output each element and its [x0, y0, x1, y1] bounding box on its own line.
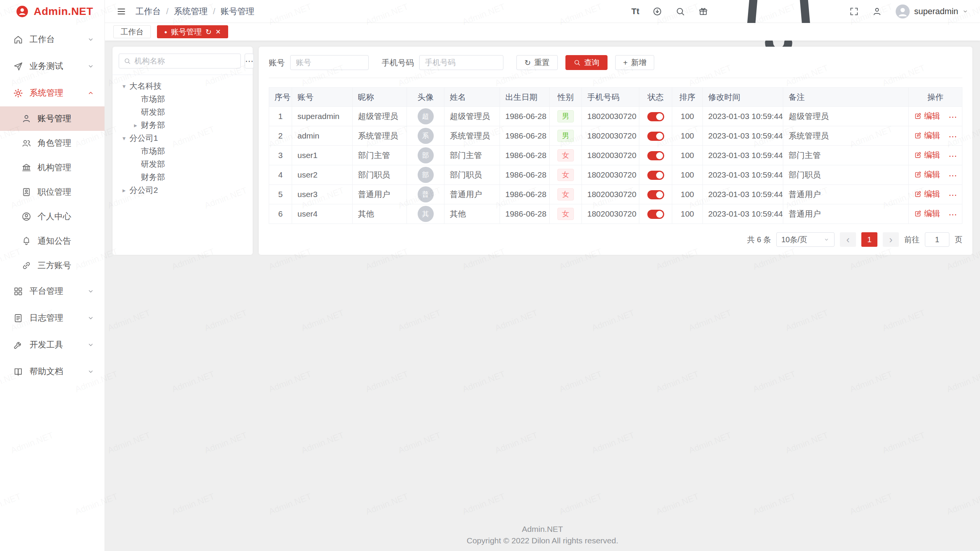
sidebar-item-third-party-account[interactable]: 三方账号 — [0, 253, 105, 278]
sidebar-item-dev-tools[interactable]: 开发工具 — [0, 331, 105, 358]
org-more-button[interactable]: ⋯ — [245, 54, 254, 68]
font-size-icon[interactable]: Tt — [631, 7, 639, 16]
edit-button[interactable]: 编辑 — [914, 150, 940, 160]
sidebar-item-platform-mgmt[interactable]: 平台管理 — [0, 278, 105, 305]
org-search-input[interactable] — [134, 57, 236, 65]
tree-node[interactable]: ▸ 财务部 — [119, 119, 247, 132]
cell-seq: 1 — [269, 107, 292, 126]
footer-copyright: Copyright © 2022 Dilon All rights reserv… — [105, 535, 980, 546]
tree-caret-icon[interactable]: ▸ — [119, 187, 129, 194]
cell-avatar: 系 — [407, 126, 444, 146]
goto-label: 前往 — [904, 235, 920, 245]
close-icon[interactable]: ✕ — [216, 29, 221, 35]
status-toggle[interactable] — [647, 132, 664, 141]
prev-page-button[interactable]: ‹ — [840, 232, 856, 247]
cell-nickname: 超级管理员 — [353, 107, 407, 126]
tab-account-mgmt[interactable]: ● 账号管理 ↻ ✕ — [157, 25, 228, 38]
breadcrumb-item[interactable]: 工作台 — [136, 6, 161, 17]
hamburger-menu-icon[interactable] — [116, 7, 126, 16]
sidebar-item-position-mgmt[interactable]: 职位管理 — [0, 180, 105, 204]
sidebar-item-business-test[interactable]: 业务测试 — [0, 53, 105, 80]
tree-node-label: 市场部 — [141, 94, 165, 104]
sidebar-item-log-mgmt[interactable]: 日志管理 — [0, 305, 105, 331]
breadcrumb-item[interactable]: 系统管理 — [174, 6, 207, 17]
cell-modified: 2023-01-03 10:59:44 — [703, 204, 783, 224]
cell-avatar: 部 — [407, 146, 444, 165]
page-size-select[interactable]: 10条/页 — [776, 232, 835, 247]
status-toggle[interactable] — [647, 210, 664, 219]
edit-button[interactable]: 编辑 — [914, 130, 940, 141]
cell-birth: 1986-06-28 — [500, 204, 550, 224]
cell-name: 系统管理员 — [444, 126, 500, 146]
edit-button[interactable]: 编辑 — [914, 111, 940, 121]
sidebar-item-notice[interactable]: 通知公告 — [0, 229, 105, 253]
row-more-button[interactable]: ⋯ — [949, 190, 957, 200]
edit-button[interactable]: 编辑 — [914, 169, 940, 180]
tree-caret-icon[interactable]: ▸ — [130, 122, 141, 129]
gift-icon[interactable] — [698, 7, 708, 16]
user-menu[interactable]: superadmin — [895, 4, 969, 19]
sidebar-item-help-docs[interactable]: 帮助文档 — [0, 358, 105, 385]
account-input[interactable] — [290, 55, 369, 70]
cell-avatar: 超 — [407, 107, 444, 126]
cell-modified: 2023-01-03 10:59:44 — [703, 146, 783, 165]
building-icon — [21, 163, 31, 173]
tree-node[interactable]: 市场部 — [119, 93, 247, 106]
goto-page-input[interactable] — [925, 232, 949, 247]
cell-birth: 1986-06-28 — [500, 126, 550, 146]
tree-node[interactable]: ▾ 分公司1 — [119, 132, 247, 145]
row-more-button[interactable]: ⋯ — [949, 151, 957, 161]
sidebar-item-role-mgmt[interactable]: 角色管理 — [0, 131, 105, 155]
person-icon[interactable] — [872, 7, 882, 16]
add-button[interactable]: + 新增 — [615, 55, 655, 70]
cell-remark: 普通用户 — [783, 185, 909, 204]
tree-node[interactable]: 市场部 — [119, 145, 247, 158]
row-more-button[interactable]: ⋯ — [949, 132, 957, 141]
row-more-button[interactable]: ⋯ — [949, 210, 957, 219]
refresh-icon[interactable]: ↻ — [206, 28, 212, 36]
sidebar-item-org-mgmt[interactable]: 机构管理 — [0, 155, 105, 180]
search-button[interactable]: 查询 — [565, 55, 608, 70]
plus-icon: + — [623, 59, 628, 67]
chevron-up-icon — [87, 89, 95, 97]
fullscreen-icon[interactable] — [849, 7, 859, 16]
col-account: 账号 — [292, 88, 353, 107]
tree-node[interactable]: 研发部 — [119, 106, 247, 119]
table-row: 2 admin 系统管理员 系 系统管理员 1986-06-28 男 18020… — [269, 126, 962, 146]
sidebar-item-account-mgmt[interactable]: 账号管理 — [0, 106, 105, 131]
sidebar-item-label: 帮助文档 — [29, 366, 87, 377]
row-more-button[interactable]: ⋯ — [949, 171, 957, 180]
tree-node[interactable]: ▾ 大名科技 — [119, 80, 247, 93]
tree-node[interactable]: 研发部 — [119, 158, 247, 171]
current-page[interactable]: 1 — [861, 232, 877, 247]
tree-node[interactable]: ▸ 分公司2 — [119, 184, 247, 197]
search-icon[interactable] — [675, 7, 685, 16]
gender-badge: 女 — [557, 208, 574, 220]
edit-button[interactable]: 编辑 — [914, 189, 940, 199]
cell-modified: 2023-01-03 10:59:44 — [703, 107, 783, 126]
status-toggle[interactable] — [647, 112, 664, 121]
status-toggle[interactable] — [647, 190, 664, 199]
sidebar: Admin.NET 工作台 业务测试 系统管理 账号管理 — [0, 0, 105, 551]
sidebar-item-workbench[interactable]: 工作台 — [0, 26, 105, 53]
status-toggle[interactable] — [647, 171, 664, 180]
phone-label: 手机号码 — [382, 57, 414, 68]
row-more-button[interactable]: ⋯ — [949, 112, 957, 122]
edit-button[interactable]: 编辑 — [914, 208, 940, 219]
next-page-button[interactable]: › — [883, 232, 899, 247]
phone-input[interactable] — [419, 55, 503, 70]
tab-workbench[interactable]: 工作台 — [113, 25, 151, 38]
edit-label: 编辑 — [924, 111, 940, 121]
status-toggle[interactable] — [647, 151, 664, 160]
sidebar-item-system-mgmt[interactable]: 系统管理 — [0, 80, 105, 106]
breadcrumb: 工作台 / 系统管理 / 账号管理 — [136, 6, 254, 17]
gender-badge: 女 — [557, 188, 574, 201]
cell-status — [639, 204, 672, 224]
breadcrumb-item[interactable]: 账号管理 — [220, 6, 254, 17]
tree-caret-icon[interactable]: ▾ — [119, 83, 129, 90]
discover-icon[interactable] — [652, 7, 662, 16]
sidebar-item-personal-center[interactable]: 个人中心 — [0, 204, 105, 229]
tree-node[interactable]: 财务部 — [119, 171, 247, 184]
reset-button[interactable]: ↻ 重置 — [516, 55, 558, 70]
tree-caret-icon[interactable]: ▾ — [119, 135, 129, 142]
